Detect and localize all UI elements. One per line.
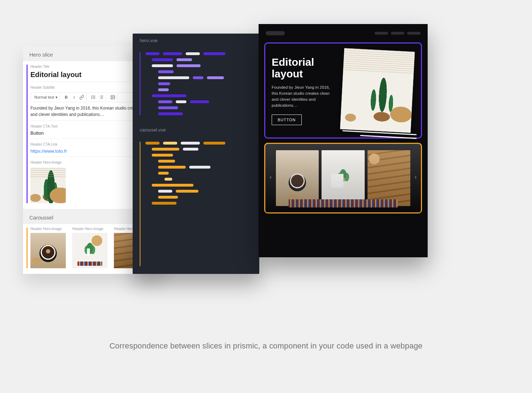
webpage-preview-panel: Editorial layout Founded by Jieun Yang i… <box>259 24 428 257</box>
preview-hero-section: Editorial layout Founded by Jieun Yang i… <box>264 42 422 139</box>
code-block-hero <box>133 47 259 123</box>
carousel-code-lines <box>145 142 225 266</box>
preview-hero-subtitle: Founded by Jieun Yang in 2016, this Kore… <box>272 84 335 109</box>
hero-code-accent <box>140 52 140 115</box>
italic-button[interactable]: I <box>71 94 77 100</box>
bullet-list-button[interactable] <box>90 94 97 100</box>
hero-accent-bar <box>27 65 28 203</box>
carousel-thumb-1[interactable] <box>30 233 66 268</box>
preview-nav-item[interactable] <box>375 32 388 35</box>
file-tab-carousel[interactable]: carousel.vue <box>133 123 259 137</box>
svg-point-2 <box>92 98 92 99</box>
preview-hero-image-wrap <box>340 50 415 131</box>
carousel-item-label: Header Hero-Image <box>30 225 67 233</box>
svg-point-10 <box>112 96 112 97</box>
carousel-item-label: Header Hero-Image <box>72 225 109 233</box>
preview-topbar <box>264 30 422 38</box>
carousel-thumb-2[interactable] <box>72 233 108 268</box>
chevron-down-icon: ▾ <box>56 95 58 100</box>
toolbar-style-select[interactable]: Normal text ▾ <box>33 94 59 100</box>
hero-image-thumb[interactable] <box>30 168 66 203</box>
carousel-code-accent <box>140 142 140 266</box>
preview-hero-title: Editorial layout <box>272 56 335 80</box>
toolbar-style-label: Normal text <box>34 95 54 99</box>
preview-hero-image <box>340 48 415 133</box>
bold-button[interactable]: B <box>63 94 69 100</box>
code-panel: hero.vue carousel.vue <box>133 34 259 274</box>
preview-logo-placeholder <box>266 31 285 35</box>
image-button[interactable] <box>110 94 116 100</box>
preview-carousel-image-3[interactable] <box>368 150 411 206</box>
svg-point-1 <box>92 97 92 97</box>
code-block-carousel <box>133 137 259 274</box>
hero-code-lines <box>145 52 225 115</box>
preview-hero-button[interactable]: BUTTON <box>272 115 302 125</box>
carousel-accent-bar <box>27 228 28 268</box>
preview-carousel-section <box>264 143 422 213</box>
ordered-list-button[interactable] <box>98 94 104 100</box>
preview-nav-item[interactable] <box>407 32 421 35</box>
preview-nav-item[interactable] <box>391 32 404 35</box>
link-button[interactable] <box>79 94 85 100</box>
decorative-line-icon <box>360 135 417 139</box>
figure-caption: Correspondence between slices in prismic… <box>0 341 532 351</box>
file-tab-hero[interactable]: hero.vue <box>133 34 259 47</box>
svg-point-0 <box>92 96 92 96</box>
